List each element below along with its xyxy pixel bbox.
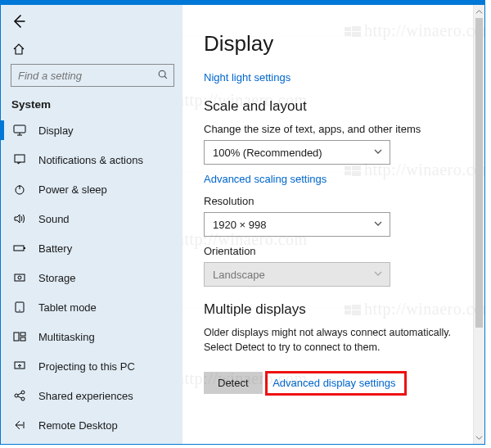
search-box[interactable] — [11, 64, 174, 87]
detect-button[interactable]: Detect — [204, 372, 263, 394]
chevron-down-icon — [373, 269, 383, 281]
vertical-scrollbar[interactable] — [473, 5, 484, 444]
orientation-dropdown: Landscape — [204, 262, 390, 287]
multiple-displays-heading: Multiple displays — [204, 301, 453, 318]
svg-rect-5 — [24, 247, 25, 249]
scroll-up-icon[interactable] — [474, 5, 484, 18]
sidebar-item-display[interactable]: Display — [1, 115, 182, 145]
svg-point-15 — [21, 391, 25, 394]
shared-icon — [12, 388, 27, 403]
sound-icon — [12, 211, 27, 226]
sidebar-item-label: Projecting to this PC — [38, 360, 135, 373]
sidebar-item-label: Sound — [38, 213, 70, 225]
chevron-down-icon — [373, 147, 383, 159]
scrollbar-track[interactable] — [474, 18, 484, 431]
chevron-down-icon — [373, 219, 383, 231]
sidebar-item-projecting[interactable]: Projecting to this PC — [1, 351, 182, 381]
sidebar-item-label: Multitasking — [38, 331, 95, 343]
sidebar-item-label: Remote Desktop — [38, 419, 118, 432]
scrollbar-thumb[interactable] — [475, 18, 483, 328]
sidebar-item-storage[interactable]: Storage — [1, 263, 182, 292]
sidebar-item-power[interactable]: Power & sleep — [1, 174, 182, 204]
svg-point-14 — [15, 394, 18, 397]
svg-rect-6 — [15, 274, 25, 281]
sidebar-item-label: Notifications & actions — [38, 154, 143, 166]
search-input[interactable] — [18, 70, 149, 82]
sidebar-item-notifications[interactable]: Notifications & actions — [1, 145, 182, 174]
advanced-display-link[interactable]: Advanced display settings — [273, 377, 395, 389]
advanced-scaling-link[interactable]: Advanced scaling settings — [204, 173, 453, 185]
svg-rect-4 — [14, 246, 24, 251]
page-title: Display — [204, 31, 453, 57]
sidebar-item-label: Display — [38, 124, 74, 137]
svg-point-9 — [19, 310, 20, 310]
remote-icon — [12, 418, 27, 432]
notifications-icon — [12, 152, 27, 167]
scroll-down-icon[interactable] — [474, 431, 484, 444]
orientation-value: Landscape — [213, 269, 265, 281]
svg-point-7 — [18, 276, 21, 279]
storage-icon — [12, 270, 27, 285]
sidebar-item-remote[interactable]: Remote Desktop — [1, 410, 182, 440]
sidebar-item-label: Power & sleep — [38, 183, 107, 196]
scale-heading: Scale and layout — [204, 98, 453, 115]
svg-rect-1 — [14, 125, 25, 133]
scale-dropdown[interactable]: 100% (Recommended) — [204, 140, 390, 165]
sidebar-item-multitasking[interactable]: Multitasking — [1, 322, 182, 351]
sidebar-item-shared[interactable]: Shared experiences — [1, 381, 182, 410]
svg-rect-10 — [14, 333, 19, 341]
scale-label: Change the size of text, apps, and other… — [204, 123, 453, 135]
sidebar-heading: System — [1, 95, 182, 115]
svg-point-16 — [21, 397, 25, 400]
home-button[interactable] — [1, 38, 182, 61]
sidebar-item-battery[interactable]: Battery — [1, 233, 182, 263]
scale-value: 100% (Recommended) — [213, 147, 322, 159]
highlight-box: Advanced display settings — [265, 371, 406, 396]
multitasking-icon — [12, 329, 27, 344]
svg-rect-2 — [15, 155, 25, 162]
svg-rect-12 — [20, 337, 25, 341]
display-icon — [12, 123, 27, 138]
resolution-dropdown[interactable]: 1920 × 998 — [204, 212, 390, 237]
sidebar: System Display Notifications & actions P… — [1, 5, 182, 444]
sidebar-item-label: Storage — [38, 272, 76, 284]
sidebar-item-tablet[interactable]: Tablet mode — [1, 292, 182, 322]
search-icon — [157, 69, 169, 83]
svg-rect-11 — [20, 333, 25, 336]
sidebar-item-label: Battery — [38, 242, 72, 255]
power-icon — [12, 182, 27, 197]
orientation-label: Orientation — [204, 245, 453, 257]
sidebar-item-label: Tablet mode — [38, 301, 97, 314]
sidebar-item-about[interactable]: About — [1, 440, 182, 445]
projecting-icon — [12, 359, 27, 373]
resolution-label: Resolution — [204, 195, 453, 207]
multiple-displays-note: Older displays might not always connect … — [204, 326, 453, 355]
tablet-icon — [12, 300, 27, 315]
night-light-link[interactable]: Night light settings — [204, 71, 453, 84]
resolution-value: 1920 × 998 — [213, 219, 266, 231]
svg-point-0 — [159, 70, 165, 77]
sidebar-item-label: Shared experiences — [38, 390, 133, 402]
back-button[interactable] — [11, 13, 27, 29]
sidebar-item-sound[interactable]: Sound — [1, 204, 182, 233]
battery-icon — [12, 241, 27, 256]
content-area: Display Night light settings Scale and l… — [182, 5, 473, 444]
